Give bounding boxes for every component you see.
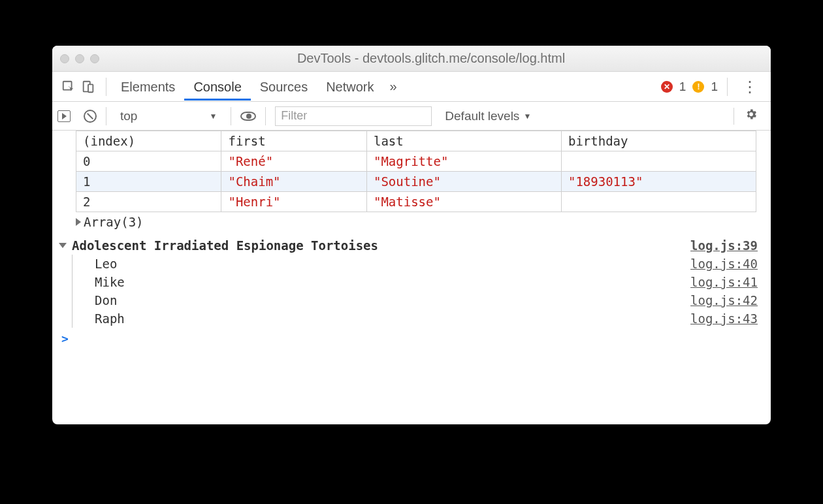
table-row[interactable]: 0 "René" "Magritte"	[76, 151, 756, 172]
context-selector[interactable]: top ▼	[116, 106, 221, 126]
console-group-header[interactable]: Adolescent Irradiated Espionage Tortoise…	[52, 233, 771, 255]
source-link[interactable]: log.js:42	[690, 293, 758, 307]
chevron-down-icon: ▼	[523, 112, 531, 121]
inspect-element-icon[interactable]	[61, 80, 76, 94]
svg-rect-2	[88, 84, 93, 92]
zoom-dot[interactable]	[90, 54, 99, 63]
th-birthday[interactable]: birthday	[561, 131, 756, 151]
traffic-lights	[60, 54, 99, 63]
console-output: (index) first last birthday 0 "René" "Ma…	[52, 131, 771, 424]
disclosure-down-icon	[59, 243, 67, 248]
tab-network[interactable]: Network	[317, 73, 383, 101]
window-title: DevTools - devtools.glitch.me/console/lo…	[99, 51, 763, 66]
log-levels-selector[interactable]: Default levels ▼	[445, 109, 531, 123]
table-row[interactable]: 2 "Henri" "Matisse"	[76, 192, 756, 212]
kebab-menu-icon[interactable]: ⋮	[733, 78, 767, 96]
tab-elements[interactable]: Elements	[112, 73, 184, 101]
levels-label: Default levels	[445, 109, 519, 123]
array-summary[interactable]: Array(3)	[52, 213, 771, 233]
warning-badge-icon: !	[692, 81, 704, 93]
gear-icon[interactable]	[734, 108, 766, 125]
divider	[231, 107, 231, 125]
console-prompt[interactable]: >	[52, 328, 771, 345]
warning-count: 1	[711, 80, 718, 94]
th-first[interactable]: first	[221, 131, 366, 151]
status-counts[interactable]: ✕ 1 ! 1	[661, 80, 722, 94]
divider	[727, 78, 728, 96]
log-row: Raph log.js:43	[73, 309, 771, 328]
device-toggle-icon[interactable]	[81, 80, 95, 94]
clear-console-icon[interactable]	[84, 110, 97, 123]
show-drawer-icon[interactable]	[57, 110, 71, 122]
source-link[interactable]: log.js:43	[690, 311, 758, 326]
th-index[interactable]: (index)	[76, 131, 221, 151]
table-row[interactable]: 1 "Chaim" "Soutine" "18930113"	[76, 172, 756, 192]
console-table: (index) first last birthday 0 "René" "Ma…	[76, 131, 756, 212]
divider	[106, 107, 106, 125]
tab-console[interactable]: Console	[184, 73, 250, 101]
error-count: 1	[679, 80, 686, 94]
console-toolbar: top ▼ Default levels ▼	[52, 102, 771, 131]
titlebar: DevTools - devtools.glitch.me/console/lo…	[52, 46, 771, 72]
th-last[interactable]: last	[366, 131, 561, 151]
more-tabs-icon[interactable]: »	[383, 79, 404, 94]
main-tabs: Elements Console Sources Network » ✕ 1 !…	[52, 72, 771, 102]
divider	[106, 78, 106, 96]
source-link[interactable]: log.js:40	[690, 257, 758, 271]
log-row: Mike log.js:41	[73, 273, 771, 291]
source-link[interactable]: log.js:39	[690, 238, 758, 253]
log-row: Don log.js:42	[73, 291, 771, 309]
source-link[interactable]: log.js:41	[690, 275, 758, 289]
log-row: Leo log.js:40	[73, 255, 771, 273]
context-label: top	[120, 109, 137, 123]
devtools-window: DevTools - devtools.glitch.me/console/lo…	[52, 46, 771, 424]
minimize-dot[interactable]	[75, 54, 84, 63]
divider	[265, 107, 266, 125]
disclosure-right-icon	[76, 218, 81, 226]
tab-sources[interactable]: Sources	[251, 73, 317, 101]
filter-input[interactable]	[275, 106, 432, 126]
live-expression-icon[interactable]	[240, 112, 256, 121]
console-group-body: Leo log.js:40 Mike log.js:41 Don log.js:…	[72, 255, 771, 328]
group-label: Adolescent Irradiated Espionage Tortoise…	[72, 238, 690, 253]
error-badge-icon: ✕	[661, 81, 673, 93]
close-dot[interactable]	[60, 54, 69, 63]
chevron-down-icon: ▼	[209, 112, 217, 121]
